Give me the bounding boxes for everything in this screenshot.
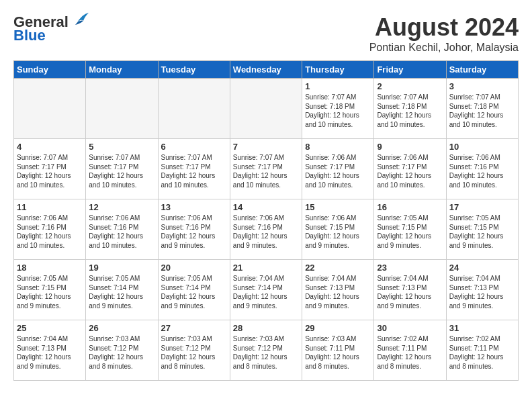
day-number: 29: [305, 323, 371, 333]
day-info: Sunrise: 7:04 AM Sunset: 7:13 PM Dayligh…: [377, 274, 443, 310]
calendar-week-row: 25Sunrise: 7:04 AM Sunset: 7:13 PM Dayli…: [14, 320, 519, 381]
day-number: 27: [161, 323, 227, 333]
calendar-cell: 5Sunrise: 7:07 AM Sunset: 7:17 PM Daylig…: [86, 139, 158, 199]
day-number: 21: [233, 263, 299, 273]
calendar-day-header: Sunday: [14, 61, 86, 79]
calendar-day-header: Saturday: [446, 61, 518, 79]
calendar-day-header: Wednesday: [230, 61, 302, 79]
calendar-body: 1Sunrise: 7:07 AM Sunset: 7:18 PM Daylig…: [14, 79, 519, 381]
day-info: Sunrise: 7:07 AM Sunset: 7:17 PM Dayligh…: [17, 153, 83, 189]
day-number: 13: [161, 202, 227, 212]
calendar-cell: [86, 79, 158, 139]
title-block: August 2024 Pontian Kechil, Johor, Malay…: [369, 13, 519, 54]
day-number: 10: [449, 142, 515, 152]
calendar-week-row: 11Sunrise: 7:06 AM Sunset: 7:16 PM Dayli…: [14, 199, 519, 260]
logo-blue: Blue: [13, 27, 46, 44]
calendar-cell: 30Sunrise: 7:02 AM Sunset: 7:11 PM Dayli…: [374, 320, 446, 381]
day-number: 12: [89, 202, 154, 212]
calendar-cell: 20Sunrise: 7:05 AM Sunset: 7:14 PM Dayli…: [158, 260, 230, 320]
calendar-cell: 15Sunrise: 7:06 AM Sunset: 7:15 PM Dayli…: [302, 199, 374, 260]
calendar-day-header: Thursday: [302, 61, 374, 79]
day-info: Sunrise: 7:07 AM Sunset: 7:17 PM Dayligh…: [89, 153, 154, 189]
day-info: Sunrise: 7:02 AM Sunset: 7:11 PM Dayligh…: [377, 334, 443, 371]
day-number: 7: [233, 142, 299, 152]
day-number: 28: [233, 323, 299, 333]
calendar-cell: [158, 79, 230, 139]
day-number: 14: [233, 202, 299, 212]
calendar-cell: 4Sunrise: 7:07 AM Sunset: 7:17 PM Daylig…: [14, 139, 86, 199]
calendar-cell: 21Sunrise: 7:04 AM Sunset: 7:14 PM Dayli…: [230, 260, 302, 320]
calendar-cell: 24Sunrise: 7:04 AM Sunset: 7:13 PM Dayli…: [446, 260, 518, 320]
calendar-cell: 14Sunrise: 7:06 AM Sunset: 7:16 PM Dayli…: [230, 199, 302, 260]
day-info: Sunrise: 7:05 AM Sunset: 7:14 PM Dayligh…: [89, 274, 154, 310]
calendar-week-row: 1Sunrise: 7:07 AM Sunset: 7:18 PM Daylig…: [14, 79, 519, 139]
day-info: Sunrise: 7:06 AM Sunset: 7:16 PM Dayligh…: [449, 153, 515, 189]
calendar-cell: 13Sunrise: 7:06 AM Sunset: 7:16 PM Dayli…: [158, 199, 230, 260]
calendar-cell: 8Sunrise: 7:06 AM Sunset: 7:17 PM Daylig…: [302, 139, 374, 199]
day-info: Sunrise: 7:06 AM Sunset: 7:16 PM Dayligh…: [17, 214, 83, 250]
calendar-cell: 18Sunrise: 7:05 AM Sunset: 7:15 PM Dayli…: [14, 260, 86, 320]
day-info: Sunrise: 7:07 AM Sunset: 7:17 PM Dayligh…: [233, 153, 299, 189]
calendar-cell: 29Sunrise: 7:03 AM Sunset: 7:11 PM Dayli…: [302, 320, 374, 381]
day-info: Sunrise: 7:04 AM Sunset: 7:13 PM Dayligh…: [305, 274, 371, 310]
calendar-cell: 25Sunrise: 7:04 AM Sunset: 7:13 PM Dayli…: [14, 320, 86, 381]
calendar-cell: 23Sunrise: 7:04 AM Sunset: 7:13 PM Dayli…: [374, 260, 446, 320]
day-number: 9: [377, 142, 443, 152]
day-info: Sunrise: 7:06 AM Sunset: 7:17 PM Dayligh…: [305, 153, 371, 189]
logo: General Blue: [13, 13, 91, 44]
calendar-cell: 2Sunrise: 7:07 AM Sunset: 7:18 PM Daylig…: [374, 79, 446, 139]
logo-bird-icon: [70, 11, 91, 28]
day-number: 20: [161, 263, 227, 273]
calendar-header-row: SundayMondayTuesdayWednesdayThursdayFrid…: [14, 61, 519, 79]
day-number: 24: [449, 263, 515, 273]
day-number: 16: [377, 202, 443, 212]
day-info: Sunrise: 7:03 AM Sunset: 7:12 PM Dayligh…: [89, 334, 154, 371]
calendar-week-row: 18Sunrise: 7:05 AM Sunset: 7:15 PM Dayli…: [14, 260, 519, 320]
day-info: Sunrise: 7:06 AM Sunset: 7:16 PM Dayligh…: [89, 214, 154, 250]
calendar-cell: 19Sunrise: 7:05 AM Sunset: 7:14 PM Dayli…: [86, 260, 158, 320]
day-number: 19: [89, 263, 154, 273]
day-info: Sunrise: 7:02 AM Sunset: 7:11 PM Dayligh…: [449, 334, 515, 371]
day-info: Sunrise: 7:05 AM Sunset: 7:15 PM Dayligh…: [377, 214, 443, 250]
day-number: 17: [449, 202, 515, 212]
day-number: 15: [305, 202, 371, 212]
day-info: Sunrise: 7:06 AM Sunset: 7:15 PM Dayligh…: [305, 214, 371, 250]
day-info: Sunrise: 7:05 AM Sunset: 7:15 PM Dayligh…: [17, 274, 83, 310]
calendar-cell: 12Sunrise: 7:06 AM Sunset: 7:16 PM Dayli…: [86, 199, 158, 260]
calendar-cell: [230, 79, 302, 139]
day-info: Sunrise: 7:04 AM Sunset: 7:14 PM Dayligh…: [233, 274, 299, 310]
day-info: Sunrise: 7:04 AM Sunset: 7:13 PM Dayligh…: [449, 274, 515, 310]
main-title: August 2024: [369, 13, 519, 42]
calendar-cell: 27Sunrise: 7:03 AM Sunset: 7:12 PM Dayli…: [158, 320, 230, 381]
day-info: Sunrise: 7:07 AM Sunset: 7:18 PM Dayligh…: [449, 93, 515, 129]
day-number: 3: [449, 81, 515, 91]
day-number: 23: [377, 263, 443, 273]
calendar-table: SundayMondayTuesdayWednesdayThursdayFrid…: [13, 60, 519, 381]
day-number: 1: [305, 81, 371, 91]
day-info: Sunrise: 7:03 AM Sunset: 7:12 PM Dayligh…: [233, 334, 299, 371]
calendar-cell: 9Sunrise: 7:06 AM Sunset: 7:17 PM Daylig…: [374, 139, 446, 199]
calendar-cell: 7Sunrise: 7:07 AM Sunset: 7:17 PM Daylig…: [230, 139, 302, 199]
day-info: Sunrise: 7:05 AM Sunset: 7:15 PM Dayligh…: [449, 214, 515, 250]
calendar-cell: [14, 79, 86, 139]
day-number: 6: [161, 142, 227, 152]
calendar-cell: 26Sunrise: 7:03 AM Sunset: 7:12 PM Dayli…: [86, 320, 158, 381]
day-info: Sunrise: 7:03 AM Sunset: 7:11 PM Dayligh…: [305, 334, 371, 371]
calendar-cell: 10Sunrise: 7:06 AM Sunset: 7:16 PM Dayli…: [446, 139, 518, 199]
day-info: Sunrise: 7:07 AM Sunset: 7:18 PM Dayligh…: [377, 93, 443, 129]
day-info: Sunrise: 7:07 AM Sunset: 7:18 PM Dayligh…: [305, 93, 371, 129]
calendar-day-header: Tuesday: [158, 61, 230, 79]
day-info: Sunrise: 7:06 AM Sunset: 7:17 PM Dayligh…: [377, 153, 443, 189]
day-number: 18: [17, 263, 83, 273]
day-number: 30: [377, 323, 443, 333]
calendar-cell: 11Sunrise: 7:06 AM Sunset: 7:16 PM Dayli…: [14, 199, 86, 260]
calendar-cell: 1Sunrise: 7:07 AM Sunset: 7:18 PM Daylig…: [302, 79, 374, 139]
calendar-day-header: Monday: [86, 61, 158, 79]
day-number: 5: [89, 142, 154, 152]
day-info: Sunrise: 7:06 AM Sunset: 7:16 PM Dayligh…: [233, 214, 299, 250]
day-number: 2: [377, 81, 443, 91]
day-info: Sunrise: 7:04 AM Sunset: 7:13 PM Dayligh…: [17, 334, 83, 371]
calendar-cell: 28Sunrise: 7:03 AM Sunset: 7:12 PM Dayli…: [230, 320, 302, 381]
day-number: 22: [305, 263, 371, 273]
subtitle: Pontian Kechil, Johor, Malaysia: [369, 42, 519, 54]
